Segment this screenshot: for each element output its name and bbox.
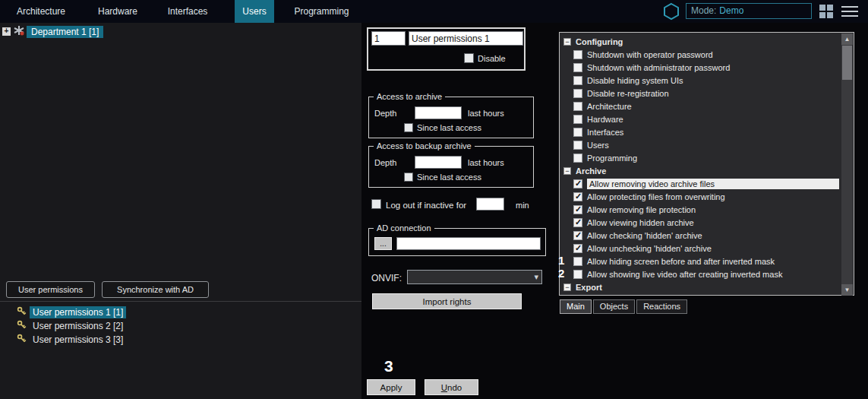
row-label: Allow hiding screen before and after inv… [587, 257, 775, 266]
checkbox-checked[interactable]: ✓ [573, 192, 582, 201]
checkbox-checked[interactable]: ✓ [573, 205, 582, 214]
ad-connection-input[interactable] [396, 237, 541, 250]
scroll-up-icon[interactable]: ▲ [841, 33, 853, 45]
row-label: Allow unchecking 'hidden' archive [587, 244, 712, 253]
row-label: Architecture [587, 102, 632, 111]
rights-group-export[interactable]: −Export [560, 280, 841, 293]
rights-row[interactable]: Users [560, 138, 841, 151]
checkbox[interactable] [573, 102, 582, 111]
since-last-access-checkbox[interactable] [404, 123, 413, 132]
hamburger-menu-icon[interactable] [841, 6, 858, 17]
rights-row[interactable]: Disable re-registration [560, 87, 841, 100]
list-item-user-permissions-1[interactable]: User permissions 1 [1] [0, 306, 126, 318]
tab-objects[interactable]: Objects [593, 299, 635, 314]
checkbox[interactable] [573, 270, 582, 279]
rights-row[interactable]: ✓Allow protecting files from overwriting [560, 190, 841, 203]
tab-interfaces[interactable]: Interfaces [159, 0, 216, 23]
disable-label: Disable [478, 54, 506, 63]
backup-depth-input[interactable] [415, 156, 462, 169]
logout-inactive-checkbox[interactable] [371, 199, 381, 209]
checkbox[interactable] [573, 76, 582, 85]
checkbox[interactable] [573, 128, 582, 137]
rights-row[interactable]: Interfaces [560, 125, 841, 138]
list-item-user-permissions-2[interactable]: User permissions 2 [2] [0, 319, 126, 332]
rights-row[interactable]: Shutdown with administrator password [560, 61, 841, 74]
undo-button[interactable]: Undo [425, 379, 478, 395]
checkbox-checked[interactable]: ✓ [573, 231, 582, 240]
rights-row[interactable]: ✓Allow unchecking 'hidden' archive [560, 242, 841, 255]
chevron-down-icon: ▾ [534, 272, 538, 282]
logout-minutes-input[interactable] [476, 198, 504, 211]
name-input[interactable] [409, 31, 523, 46]
rights-row[interactable]: ✓Allow removing file protection [560, 203, 841, 216]
mode-value-label: Demo [719, 5, 743, 16]
tab-main[interactable]: Main [560, 299, 592, 314]
checkbox-checked[interactable]: ✓ [573, 179, 582, 188]
rights-row[interactable]: Disable hiding system UIs [560, 74, 841, 87]
scrollbar[interactable]: ▲ ▼ [841, 33, 853, 296]
tab-hardware[interactable]: Hardware [88, 0, 147, 23]
checkbox[interactable] [573, 154, 582, 163]
id-input[interactable] [371, 31, 406, 46]
checkbox[interactable] [573, 115, 582, 124]
user-permissions-button[interactable]: User permissions [6, 281, 95, 298]
list-item-label: User permissions 1 [1] [30, 306, 126, 318]
rights-checklist-panel: −Configuring Shutdown with operator pass… [559, 32, 854, 296]
tab-architecture[interactable]: Architecture [8, 0, 74, 23]
rights-row[interactable]: Allow showing live video after creating … [560, 268, 841, 280]
import-rights-button[interactable]: Import rights [372, 293, 522, 309]
hexagon-logo-icon [662, 2, 680, 23]
since-last-access-label: Since last access [417, 123, 481, 132]
tab-reactions[interactable]: Reactions [636, 299, 687, 314]
collapse-icon[interactable]: − [563, 167, 571, 175]
collapse-icon[interactable]: − [563, 38, 571, 46]
checkbox-checked[interactable]: ✓ [573, 218, 582, 227]
rights-group-configuring[interactable]: −Configuring [560, 35, 841, 48]
tab-users[interactable]: Users [235, 0, 274, 23]
collapse-icon[interactable]: − [563, 283, 571, 291]
row-label: Disable re-registration [587, 89, 669, 98]
minutes-unit-label: min [516, 201, 529, 210]
since-last-access-checkbox[interactable] [404, 173, 413, 182]
rights-row[interactable]: ✓Allow checking 'hidden' archive [560, 229, 841, 242]
rights-row-selected[interactable]: ✓Allow removing video archive files [560, 177, 841, 190]
annotation-3: 3 [384, 357, 393, 375]
expand-icon[interactable]: + [2, 27, 11, 36]
check-icon: ✓ [575, 179, 582, 188]
row-label: Programming [587, 154, 637, 163]
undo-label: Undo [425, 383, 478, 392]
rights-row[interactable]: ✓Allow viewing hidden archive [560, 216, 841, 229]
archive-depth-input[interactable] [415, 106, 462, 119]
synchronize-with-ad-button[interactable]: Synchronize with AD [102, 281, 209, 298]
row-label: Allow protecting files from overwriting [587, 192, 725, 201]
rights-row[interactable]: Allow hiding screen before and after inv… [560, 255, 841, 268]
rights-group-archive[interactable]: −Archive [560, 164, 841, 177]
layout-grid-icon[interactable] [819, 5, 833, 18]
tab-programming[interactable]: Programming [286, 0, 358, 23]
checkbox[interactable] [573, 257, 582, 266]
rights-row[interactable]: Hardware [560, 112, 841, 125]
list-item-label: User permissions 2 [2] [30, 320, 126, 332]
rights-row[interactable]: Architecture [560, 100, 841, 112]
browse-button[interactable]: ... [374, 237, 392, 250]
checkbox[interactable] [573, 63, 582, 72]
check-icon: ✓ [575, 230, 582, 240]
scroll-down-icon[interactable]: ▼ [841, 284, 853, 296]
onvif-select[interactable]: ▾ [407, 270, 542, 284]
check-icon: ✓ [575, 192, 582, 201]
checkbox[interactable] [573, 50, 582, 59]
checkbox[interactable] [573, 141, 582, 150]
list-item-user-permissions-3[interactable]: User permissions 3 [3] [0, 333, 126, 346]
apply-button[interactable]: Apply [367, 379, 415, 395]
row-label: Shutdown with operator password [587, 50, 713, 59]
annotation-1: 1 [558, 254, 564, 267]
last-hours-label: last hours [468, 158, 504, 167]
rights-row[interactable]: Shutdown with operator password [560, 48, 841, 61]
checkbox[interactable] [573, 89, 582, 98]
row-label: Allow checking 'hidden' archive [587, 231, 702, 240]
rights-row[interactable]: Programming [560, 151, 841, 164]
tree-item-department[interactable]: + Department 1 [1] [0, 25, 103, 38]
scrollbar-thumb[interactable] [842, 46, 852, 80]
disable-checkbox[interactable] [464, 53, 474, 63]
checkbox-checked[interactable]: ✓ [573, 244, 582, 253]
